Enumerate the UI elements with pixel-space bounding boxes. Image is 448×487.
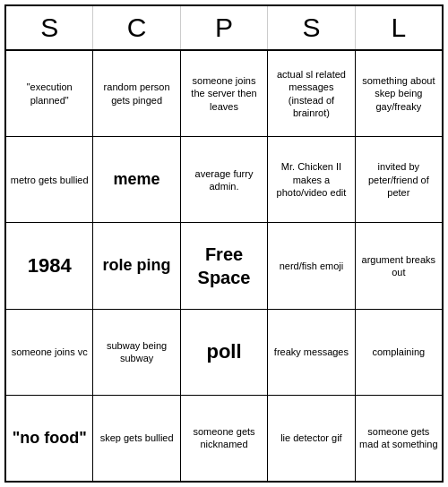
cell-2-0: 1984: [6, 223, 93, 308]
cell-0-0: "execution planned": [6, 51, 93, 136]
grid-row-3: someone joins vcsubway being subwaypollf…: [6, 309, 442, 395]
cell-3-0: someone joins vc: [6, 310, 93, 395]
cell-3-4: complaining: [356, 310, 442, 395]
header-letter-s-0: S: [6, 6, 93, 49]
cell-3-2: poll: [181, 310, 268, 395]
cell-1-2: average furry admin.: [181, 137, 268, 222]
header-letter-s-3: S: [268, 6, 355, 49]
cell-0-4: something about skep being gay/freaky: [356, 51, 442, 136]
cell-3-1: subway being subway: [93, 310, 180, 395]
grid-row-1: metro gets bulliedmemeaverage furry admi…: [6, 136, 442, 222]
cell-2-4: argument breaks out: [356, 223, 442, 308]
cell-0-3: actual sl related messages (instead of b…: [268, 51, 355, 136]
header-letter-p-2: P: [181, 6, 268, 49]
cell-1-1: meme: [93, 137, 180, 222]
cell-2-3: nerd/fish emoji: [268, 223, 355, 308]
grid-row-4: "no food"skep gets bulliedsomeone gets n…: [6, 395, 442, 481]
grid-row-2: 1984role pingFree Spacenerd/fish emojiar…: [6, 222, 442, 308]
cell-1-0: metro gets bullied: [6, 137, 93, 222]
bingo-card: SCPSL "execution planned"random person g…: [4, 4, 444, 483]
grid: "execution planned"random person gets pi…: [6, 51, 442, 481]
cell-4-4: someone gets mad at something: [356, 396, 442, 481]
cell-4-3: lie detector gif: [268, 396, 355, 481]
cell-0-1: random person gets pinged: [93, 51, 180, 136]
cell-4-2: someone gets nicknamed: [181, 396, 268, 481]
cell-2-2: Free Space: [181, 223, 268, 308]
cell-0-2: someone joins the server then leaves: [181, 51, 268, 136]
grid-row-0: "execution planned"random person gets pi…: [6, 51, 442, 136]
header-letter-l-4: L: [356, 6, 442, 49]
cell-3-3: freaky messages: [268, 310, 355, 395]
cell-1-3: Mr. Chicken II makes a photo/video edit: [268, 137, 355, 222]
cell-4-1: skep gets bullied: [93, 396, 180, 481]
header-letter-c-1: C: [93, 6, 180, 49]
header-row: SCPSL: [6, 6, 442, 51]
cell-1-4: invited by peter/friend of peter: [356, 137, 442, 222]
cell-4-0: "no food": [6, 396, 93, 481]
cell-2-1: role ping: [93, 223, 180, 308]
